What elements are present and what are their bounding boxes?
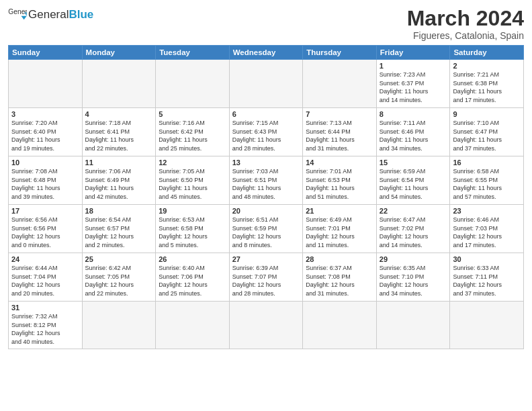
day-info: Sunrise: 7:13 AM Sunset: 6:44 PM Dayligh… <box>306 119 373 152</box>
day-number: 8 <box>380 110 447 118</box>
day-number: 21 <box>306 207 373 215</box>
table-row: 20Sunrise: 6:51 AM Sunset: 6:59 PM Dayli… <box>229 205 303 253</box>
table-row <box>376 302 450 349</box>
day-number: 14 <box>306 158 373 167</box>
table-row: 2Sunrise: 7:21 AM Sunset: 6:38 PM Daylig… <box>450 60 524 108</box>
day-number: 27 <box>232 255 300 263</box>
day-number: 17 <box>11 207 79 215</box>
day-info: Sunrise: 6:40 AM Sunset: 7:06 PM Dayligh… <box>159 264 226 298</box>
table-row: 6Sunrise: 7:15 AM Sunset: 6:43 PM Daylig… <box>229 108 303 156</box>
table-row: 13Sunrise: 7:03 AM Sunset: 6:51 PM Dayli… <box>229 156 303 205</box>
table-row: 15Sunrise: 6:59 AM Sunset: 6:54 PM Dayli… <box>376 156 450 205</box>
table-row <box>82 302 156 349</box>
day-info: Sunrise: 7:21 AM Sunset: 6:38 PM Dayligh… <box>453 71 521 104</box>
day-number: 9 <box>453 110 521 118</box>
title-block: March 2024 Figueres, Catalonia, Spain <box>407 7 524 41</box>
day-info: Sunrise: 6:58 AM Sunset: 6:55 PM Dayligh… <box>453 167 521 201</box>
table-row: 4Sunrise: 7:18 AM Sunset: 6:41 PM Daylig… <box>82 108 156 156</box>
day-info: Sunrise: 6:54 AM Sunset: 6:57 PM Dayligh… <box>85 216 153 249</box>
day-info: Sunrise: 6:47 AM Sunset: 7:02 PM Dayligh… <box>380 216 447 249</box>
day-info: Sunrise: 6:42 AM Sunset: 7:05 PM Dayligh… <box>85 264 153 298</box>
day-number: 13 <box>232 158 300 167</box>
col-friday: Friday <box>376 46 450 60</box>
day-info: Sunrise: 7:10 AM Sunset: 6:47 PM Dayligh… <box>453 119 521 152</box>
day-info: Sunrise: 6:39 AM Sunset: 7:07 PM Dayligh… <box>232 264 300 298</box>
table-row: 11Sunrise: 7:06 AM Sunset: 6:49 PM Dayli… <box>82 156 156 205</box>
day-number: 5 <box>159 110 226 118</box>
table-row: 5Sunrise: 7:16 AM Sunset: 6:42 PM Daylig… <box>156 108 230 156</box>
day-info: Sunrise: 6:53 AM Sunset: 6:58 PM Dayligh… <box>159 216 226 249</box>
table-row: 21Sunrise: 6:49 AM Sunset: 7:01 PM Dayli… <box>303 205 377 253</box>
day-info: Sunrise: 7:03 AM Sunset: 6:51 PM Dayligh… <box>232 167 300 201</box>
table-row: 7Sunrise: 7:13 AM Sunset: 6:44 PM Daylig… <box>303 108 377 156</box>
day-number: 31 <box>11 304 79 312</box>
day-info: Sunrise: 7:32 AM Sunset: 8:12 PM Dayligh… <box>11 312 79 346</box>
calendar-title: March 2024 <box>407 7 524 30</box>
day-number: 10 <box>11 158 79 167</box>
day-info: Sunrise: 7:18 AM Sunset: 6:41 PM Dayligh… <box>85 119 153 152</box>
day-number: 16 <box>453 158 521 167</box>
day-info: Sunrise: 7:15 AM Sunset: 6:43 PM Dayligh… <box>232 119 300 152</box>
day-info: Sunrise: 7:20 AM Sunset: 6:40 PM Dayligh… <box>11 119 79 152</box>
day-number: 28 <box>306 255 373 263</box>
day-number: 3 <box>11 110 79 118</box>
day-number: 26 <box>159 255 226 263</box>
col-monday: Monday <box>82 46 156 60</box>
day-number: 24 <box>11 255 79 263</box>
day-info: Sunrise: 7:06 AM Sunset: 6:49 PM Dayligh… <box>85 167 153 201</box>
day-info: Sunrise: 7:01 AM Sunset: 6:53 PM Dayligh… <box>306 167 373 201</box>
table-row: 27Sunrise: 6:39 AM Sunset: 7:07 PM Dayli… <box>229 253 303 302</box>
col-tuesday: Tuesday <box>156 46 230 60</box>
day-number: 25 <box>85 255 153 263</box>
table-row <box>156 60 230 108</box>
day-number: 22 <box>380 207 447 215</box>
calendar-subtitle: Figueres, Catalonia, Spain <box>407 30 524 41</box>
day-number: 11 <box>85 158 153 167</box>
table-row: 8Sunrise: 7:11 AM Sunset: 6:46 PM Daylig… <box>376 108 450 156</box>
day-number: 20 <box>232 207 300 215</box>
col-saturday: Saturday <box>450 46 524 60</box>
header: General GeneralBlue March 2024 Figueres,… <box>8 7 524 41</box>
day-info: Sunrise: 6:44 AM Sunset: 7:04 PM Dayligh… <box>11 264 79 298</box>
day-number: 18 <box>85 207 153 215</box>
table-row <box>303 60 377 108</box>
table-row <box>156 302 230 349</box>
day-info: Sunrise: 7:05 AM Sunset: 6:50 PM Dayligh… <box>159 167 226 201</box>
header-row: Sunday Monday Tuesday Wednesday Thursday… <box>9 46 524 60</box>
calendar-table: Sunday Monday Tuesday Wednesday Thursday… <box>8 45 524 349</box>
table-row: 22Sunrise: 6:47 AM Sunset: 7:02 PM Dayli… <box>376 205 450 253</box>
day-info: Sunrise: 6:35 AM Sunset: 7:10 PM Dayligh… <box>380 264 447 298</box>
table-row: 3Sunrise: 7:20 AM Sunset: 6:40 PM Daylig… <box>9 108 83 156</box>
table-row: 9Sunrise: 7:10 AM Sunset: 6:47 PM Daylig… <box>450 108 524 156</box>
logo: General GeneralBlue <box>8 7 93 21</box>
day-info: Sunrise: 7:11 AM Sunset: 6:46 PM Dayligh… <box>380 119 447 152</box>
table-row <box>303 302 377 349</box>
table-row: 25Sunrise: 6:42 AM Sunset: 7:05 PM Dayli… <box>82 253 156 302</box>
table-row: 10Sunrise: 7:08 AM Sunset: 6:48 PM Dayli… <box>9 156 83 205</box>
col-thursday: Thursday <box>303 46 377 60</box>
day-number: 1 <box>380 62 447 70</box>
table-row: 18Sunrise: 6:54 AM Sunset: 6:57 PM Dayli… <box>82 205 156 253</box>
table-row: 19Sunrise: 6:53 AM Sunset: 6:58 PM Dayli… <box>156 205 230 253</box>
day-number: 23 <box>453 207 521 215</box>
table-row: 17Sunrise: 6:56 AM Sunset: 6:56 PM Dayli… <box>9 205 83 253</box>
table-row <box>229 302 303 349</box>
day-number: 4 <box>85 110 153 118</box>
day-info: Sunrise: 6:59 AM Sunset: 6:54 PM Dayligh… <box>380 167 447 201</box>
table-row: 12Sunrise: 7:05 AM Sunset: 6:50 PM Dayli… <box>156 156 230 205</box>
day-info: Sunrise: 7:08 AM Sunset: 6:48 PM Dayligh… <box>11 167 79 201</box>
day-info: Sunrise: 6:51 AM Sunset: 6:59 PM Dayligh… <box>232 216 300 249</box>
day-number: 12 <box>159 158 226 167</box>
col-wednesday: Wednesday <box>229 46 303 60</box>
day-number: 7 <box>306 110 373 118</box>
logo-text: GeneralBlue <box>28 9 93 20</box>
table-row: 30Sunrise: 6:33 AM Sunset: 7:11 PM Dayli… <box>450 253 524 302</box>
day-info: Sunrise: 6:33 AM Sunset: 7:11 PM Dayligh… <box>453 264 521 298</box>
day-info: Sunrise: 6:49 AM Sunset: 7:01 PM Dayligh… <box>306 216 373 249</box>
table-row <box>229 60 303 108</box>
day-number: 6 <box>232 110 300 118</box>
table-row: 16Sunrise: 6:58 AM Sunset: 6:55 PM Dayli… <box>450 156 524 205</box>
day-number: 30 <box>453 255 521 263</box>
day-number: 15 <box>380 158 447 167</box>
day-info: Sunrise: 6:37 AM Sunset: 7:08 PM Dayligh… <box>306 264 373 298</box>
